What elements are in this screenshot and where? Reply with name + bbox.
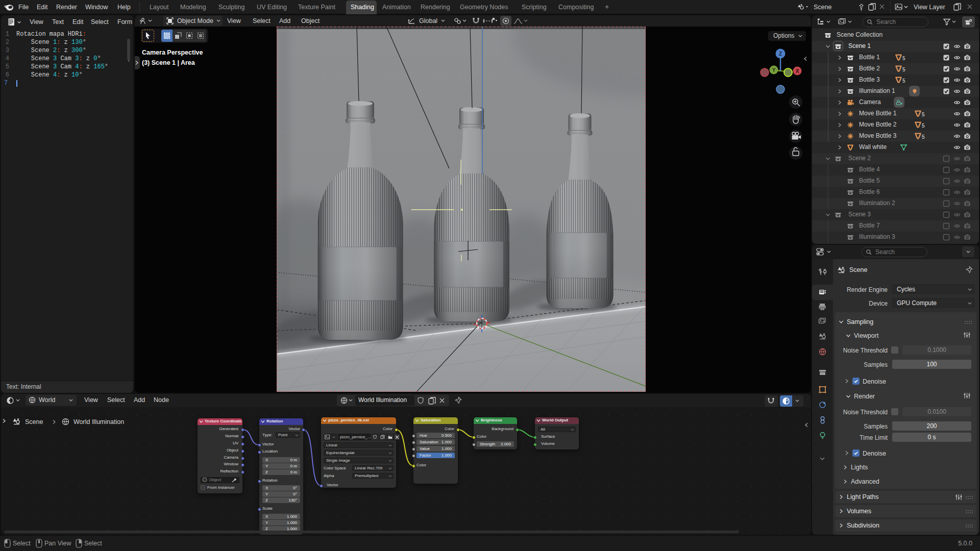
svg-text:X: X	[796, 68, 799, 74]
svg-text:Y: Y	[772, 67, 776, 73]
svg-text:Z: Z	[779, 51, 782, 57]
